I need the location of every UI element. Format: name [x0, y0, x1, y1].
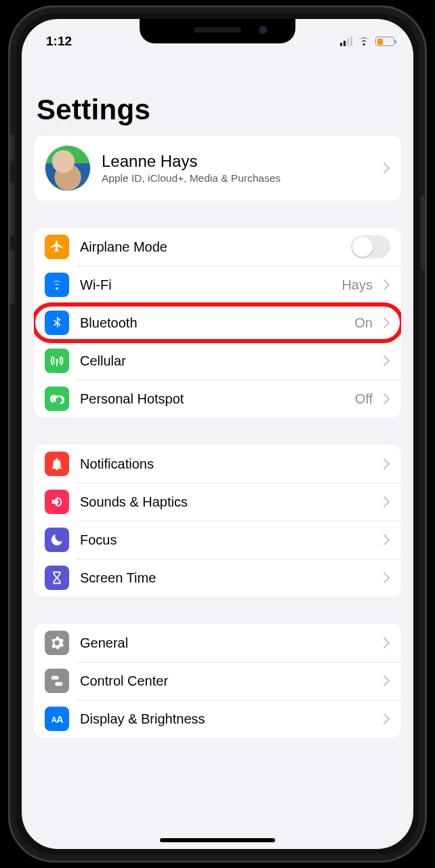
chevron-right-icon	[384, 393, 390, 404]
moon-icon	[45, 528, 69, 552]
notifications-row[interactable]: Notifications	[34, 445, 401, 483]
chevron-right-icon	[384, 458, 390, 469]
status-time: 1:12	[46, 34, 72, 49]
page-title: Settings	[34, 57, 401, 136]
aa-icon	[45, 707, 69, 731]
profile-group: Leanne Hays Apple ID, iCloud+, Media & P…	[34, 136, 401, 201]
row-label: General	[80, 635, 373, 651]
power-button	[421, 195, 425, 270]
phone-frame: 1:12 Settings Leanne Hays Apple	[8, 5, 427, 863]
row-label: Bluetooth	[80, 315, 344, 331]
home-indicator[interactable]	[160, 838, 275, 842]
row-value: Hays	[341, 277, 373, 293]
hourglass-icon	[45, 566, 69, 590]
profile-subtitle: Apple ID, iCloud+, Media & Purchases	[102, 172, 373, 184]
settings-content[interactable]: Settings Leanne Hays Apple ID, iCloud+, …	[22, 57, 413, 849]
chevron-right-icon	[384, 496, 390, 507]
bluetooth-icon	[45, 311, 69, 335]
switches-icon	[45, 669, 69, 693]
row-label: Notifications	[80, 456, 373, 472]
airplane-mode-row[interactable]: Airplane Mode	[34, 228, 401, 266]
chevron-right-icon	[384, 572, 390, 583]
avatar	[45, 145, 91, 191]
general-row[interactable]: General	[34, 624, 401, 662]
chevron-right-icon	[384, 713, 390, 724]
chevron-right-icon	[384, 279, 390, 290]
chevron-right-icon	[384, 675, 390, 686]
chevron-right-icon	[384, 637, 390, 648]
display-brightness-row[interactable]: Display & Brightness	[34, 700, 401, 738]
airplane-icon	[45, 235, 69, 259]
gear-icon	[45, 631, 69, 655]
settings-group: GeneralControl CenterDisplay & Brightnes…	[34, 624, 401, 738]
notch	[140, 19, 295, 43]
wifi-icon	[357, 37, 371, 46]
antenna-icon	[45, 349, 69, 373]
control-center-row[interactable]: Control Center	[34, 662, 401, 700]
hotspot-icon	[45, 387, 69, 411]
row-label: Display & Brightness	[80, 711, 373, 727]
row-value: On	[354, 315, 373, 331]
apple-id-row[interactable]: Leanne Hays Apple ID, iCloud+, Media & P…	[34, 136, 401, 201]
row-value: Off	[355, 391, 373, 407]
personal-hotspot-row[interactable]: Personal HotspotOff	[34, 380, 401, 418]
row-label: Cellular	[80, 353, 373, 369]
mute-switch	[10, 134, 14, 161]
screen: 1:12 Settings Leanne Hays Apple	[22, 19, 413, 849]
settings-group: NotificationsSounds & HapticsFocusScreen…	[34, 445, 401, 597]
cellular-row[interactable]: Cellular	[34, 342, 401, 380]
wi-fi-row[interactable]: Wi-FiHays	[34, 266, 401, 304]
row-label: Wi-Fi	[80, 277, 331, 293]
profile-name: Leanne Hays	[102, 152, 373, 171]
sounds-haptics-row[interactable]: Sounds & Haptics	[34, 483, 401, 521]
chevron-right-icon	[384, 317, 390, 328]
speaker-icon	[45, 490, 69, 514]
row-label: Airplane Mode	[80, 239, 340, 255]
bluetooth-row[interactable]: BluetoothOn	[34, 304, 401, 342]
row-label: Control Center	[80, 673, 373, 689]
cellular-signal-icon	[340, 37, 352, 46]
bell-icon	[45, 452, 69, 476]
screen-time-row[interactable]: Screen Time	[34, 559, 401, 597]
battery-icon	[375, 37, 394, 46]
wifi-icon	[45, 273, 69, 297]
airplane-mode-toggle[interactable]	[351, 235, 390, 258]
chevron-right-icon	[384, 534, 390, 545]
chevron-right-icon	[384, 163, 390, 174]
volume-up-button	[10, 182, 14, 236]
row-label: Focus	[80, 532, 373, 548]
focus-row[interactable]: Focus	[34, 521, 401, 559]
chevron-right-icon	[384, 355, 390, 366]
row-label: Screen Time	[80, 570, 373, 586]
volume-down-button	[10, 250, 14, 304]
settings-group: Airplane ModeWi-FiHaysBluetoothOnCellula…	[34, 228, 401, 418]
row-label: Sounds & Haptics	[80, 494, 373, 510]
row-label: Personal Hotspot	[80, 391, 344, 407]
